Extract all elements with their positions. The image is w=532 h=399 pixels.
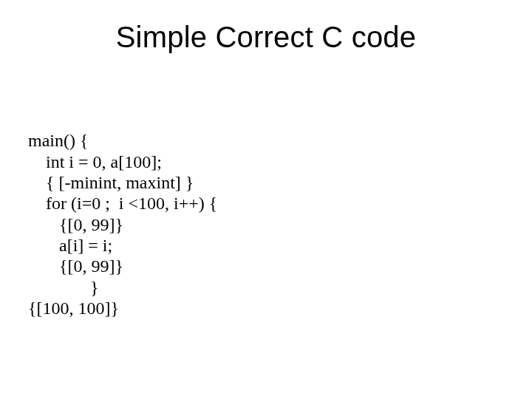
slide-title: Simple Correct C code bbox=[0, 21, 532, 54]
slide: Simple Correct C code main() { int i = 0… bbox=[0, 0, 532, 399]
code-line: {[0, 99]} bbox=[28, 215, 123, 234]
code-line: main() { bbox=[28, 131, 89, 150]
code-line: a[i] = i; bbox=[28, 236, 112, 255]
code-line: {[0, 99]} bbox=[28, 256, 123, 276]
code-block: main() { int i = 0, a[100]; { [-minint, … bbox=[28, 109, 217, 318]
code-line: for (i=0 ; i <100, i++) { bbox=[28, 194, 217, 213]
code-line: {[100, 100]} bbox=[28, 299, 119, 318]
code-line: } bbox=[28, 278, 99, 297]
code-line: { [-minint, maxint] } bbox=[28, 173, 194, 192]
code-line: int i = 0, a[100]; bbox=[28, 152, 162, 171]
